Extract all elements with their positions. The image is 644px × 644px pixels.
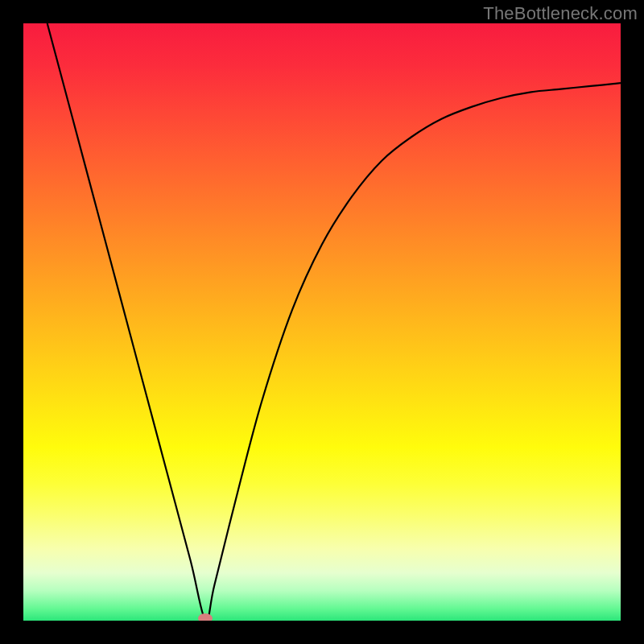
bottleneck-curve bbox=[23, 23, 621, 621]
minimum-marker bbox=[198, 613, 213, 621]
chart-container: TheBottleneck.com bbox=[0, 0, 644, 644]
watermark-text: TheBottleneck.com bbox=[483, 3, 638, 24]
plot-area bbox=[23, 23, 621, 621]
